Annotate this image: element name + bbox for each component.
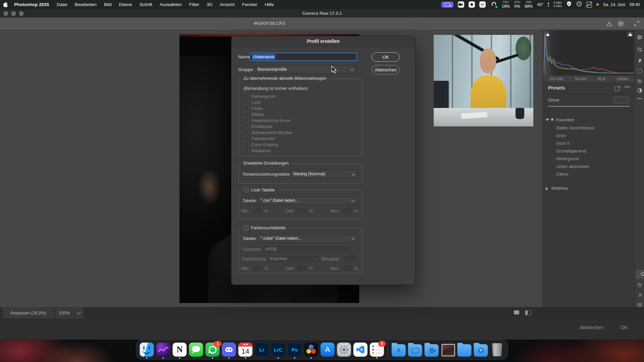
preset-item[interactable]: Hintergrund [556,155,635,163]
dock-discord[interactable] [222,343,236,357]
filmstrip-thumbnail[interactable] [434,35,533,126]
presets-panel-icon[interactable] [636,87,643,94]
white-balance-eyedropper-icon[interactable] [636,292,643,299]
dock-calendar[interactable]: JUN14 [238,343,253,357]
shield-check-icon[interactable] [566,1,572,8]
dock-folder-documents[interactable] [408,343,422,357]
presets-more-icon[interactable]: ••• [625,84,630,89]
preset-amount-slider[interactable] [548,106,630,107]
preset-item[interactable]: Glatte Gesichtshaut [556,124,635,132]
menu-item[interactable]: Auswählen [156,2,185,7]
dock-lightroom-classic[interactable]: LrC [271,343,285,357]
clut-table-select[interactable]: ".cube"-Datei laden... [257,234,357,243]
preset-item[interactable]: Grundlagenend [556,147,635,155]
settings-gear-icon[interactable] [617,20,624,27]
before-after-view-icon[interactable] [525,310,531,315]
creative-cloud-icon[interactable] [490,1,497,8]
dock-folder[interactable] [458,343,472,357]
checkbox-disabled [244,112,249,117]
single-view-icon[interactable] [514,310,519,314]
edit-sliders-icon[interactable] [636,34,643,41]
control-center-icon[interactable] [586,2,592,8]
window-title: Camera Raw 17.3.1 [302,11,342,16]
export-icon[interactable] [606,20,613,27]
menu-item[interactable]: Bild [100,2,115,7]
menu-item[interactable]: Datei [53,2,71,7]
menu-item[interactable]: Schrift [136,2,156,7]
preset-item[interactable]: Grün [556,132,635,139]
dock-folder-applications[interactable]: A [392,343,406,357]
dock-finder[interactable] [140,343,154,357]
close-button[interactable] [3,11,8,16]
shadow-clipping-icon[interactable] [545,32,550,37]
menubar-time[interactable]: 09:40 [630,2,640,7]
dock-notion[interactable]: N [173,343,187,357]
color-grid-icon[interactable] [636,302,643,307]
hand-tool-icon[interactable] [636,281,643,289]
dock-reminders[interactable]: 5 [370,343,384,357]
preset-item[interactable]: Zähne [556,170,635,178]
highlight-clipping-icon[interactable] [627,32,633,37]
tone-mapping-select[interactable]: Niedrig (Normal) [290,170,358,178]
create-preset-icon[interactable] [615,86,620,91]
network-speed-status[interactable]: 0 KB/s0 KB/s [553,1,562,8]
menubar-date[interactable]: Sa. 14. Juni [603,2,625,7]
screen-mirroring-icon[interactable] [441,2,453,8]
dock-lightroom[interactable]: Lr [255,343,269,357]
camera-icon[interactable] [458,1,464,8]
color-lookup-checkbox[interactable] [244,225,249,230]
fullscreen-icon[interactable] [633,20,640,27]
backup-drop-icon[interactable] [469,1,475,8]
menu-item[interactable]: Filter [185,2,203,7]
preset-group-header[interactable]: Matthias [543,184,635,192]
zoom-level-display[interactable]: 100% [55,307,74,318]
more-panels-icon[interactable]: ••• [636,95,643,103]
dock-photoshop[interactable]: Ps [288,343,302,357]
app-menu[interactable]: Photoshop 2025 [10,2,53,7]
dock-trash[interactable] [490,343,504,357]
group-select[interactable]: Benutzerprofile [254,65,356,74]
settings-legend: Zu übernehmende aktuelle Bildeinstellung… [241,76,328,81]
dock-folder-downloads[interactable] [474,343,488,357]
menu-item[interactable]: Hilfe [261,2,277,7]
dialog-ok-button[interactable]: OK [372,52,400,62]
apple-menu[interactable] [0,2,10,7]
preset-item[interactable]: Unten abdunkeln [556,163,635,170]
dock-folder-export[interactable] [425,343,439,357]
look-table-select[interactable]: ".csv"-Datei laden... [257,196,357,205]
menu-item[interactable]: Bearbeiten [71,2,100,7]
red-eye-icon[interactable] [636,77,643,85]
preset-amount-field[interactable] [613,97,629,103]
dock-app-store[interactable]: A [321,343,335,357]
lt-app-icon[interactable]: LT [479,1,486,8]
mask-icon[interactable] [636,67,643,75]
preset-group-header[interactable]: ★Favoriten [543,116,635,124]
dock-davinci[interactable] [304,343,318,357]
menu-item[interactable]: Ebene [115,2,136,7]
menu-item[interactable]: 3D [203,2,216,7]
dock-vscode[interactable] [354,343,368,357]
gpu-status[interactable]: GPU0% [514,1,520,8]
crop-icon[interactable] [636,46,643,53]
menu-item[interactable]: Fenster [238,2,261,7]
dock-purple-app[interactable] [156,343,170,357]
view-mode-tab[interactable]: Anpassen (29,3%) [3,307,54,319]
menu-item[interactable]: Ansicht [216,2,238,7]
time-machine-icon[interactable] [576,1,582,8]
zoom-level-dropdown[interactable] [74,307,83,318]
dialog-cancel-button[interactable]: Abbrechen [372,65,400,74]
zoom-button[interactable] [19,11,24,16]
name-input[interactable]: Unbenannt [250,53,357,61]
heal-icon[interactable] [636,57,643,64]
dock-photo-stack[interactable] [441,343,455,357]
minimize-button[interactable] [11,11,16,16]
zoom-tool-icon[interactable] [636,270,644,279]
ssd-status[interactable]: SSD68% [525,1,533,8]
preset-item[interactable]: Grün II [556,139,635,147]
dock-messages[interactable] [189,343,203,357]
dock-whatsapp[interactable]: 1 [206,343,220,357]
cpu-status[interactable]: CPU19% [502,1,510,8]
dock-system-settings[interactable] [337,343,351,357]
temperature-status[interactable]: 45° [537,2,543,7]
look-table-checkbox[interactable] [244,187,249,192]
